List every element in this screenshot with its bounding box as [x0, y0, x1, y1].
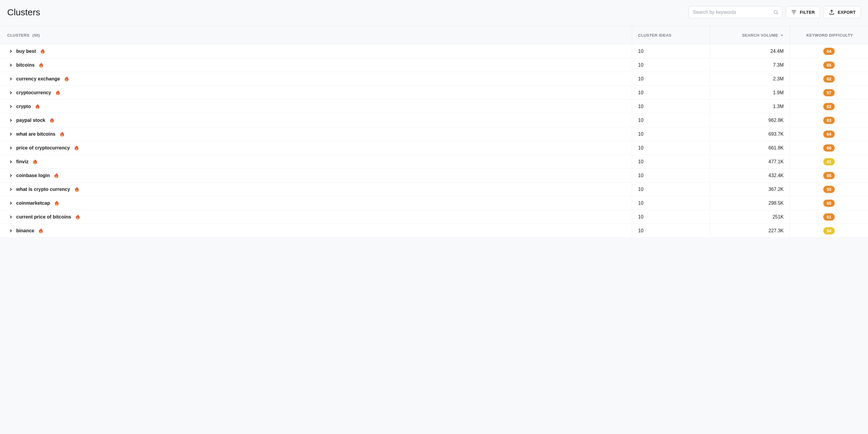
col-clusters[interactable]: CLUSTERS (50)	[0, 26, 632, 44]
cluster-name: binance	[16, 228, 34, 234]
col-clusters-count: (50)	[32, 33, 40, 37]
page-title: Clusters	[7, 7, 40, 18]
fire-icon	[60, 131, 65, 137]
search-volume: 2.3M	[773, 76, 784, 82]
table-row[interactable]: cryptocurrency101.9M57	[0, 86, 868, 100]
keyword-difficulty-cell: 55	[790, 169, 868, 182]
fire-icon	[74, 145, 79, 151]
table-row[interactable]: current price of bitcoins10251K61	[0, 210, 868, 224]
search-volume-cell: 251K	[710, 211, 790, 223]
search-volume: 1.3M	[773, 104, 784, 109]
cluster-name-cell[interactable]: binance	[0, 225, 632, 237]
cluster-ideas: 10	[638, 173, 644, 178]
col-difficulty-label: KEYWORD DIFFICULTY	[806, 33, 853, 37]
cluster-name-cell[interactable]: paypal stock	[0, 115, 632, 126]
search-volume-cell: 298.5K	[710, 197, 790, 209]
cluster-name-cell[interactable]: price of cryptocurrency	[0, 142, 632, 154]
cluster-name-cell[interactable]: finviz	[0, 156, 632, 167]
col-difficulty[interactable]: KEYWORD DIFFICULTY	[790, 26, 868, 44]
keyword-difficulty-cell: 62	[790, 100, 868, 113]
chevron-right-icon	[9, 132, 12, 136]
search-volume: 367.2K	[768, 187, 784, 192]
cluster-ideas-cell: 10	[632, 128, 710, 140]
filter-icon	[791, 9, 797, 15]
table-row[interactable]: coinmarketcap10298.5K65	[0, 196, 868, 210]
header-actions: FILTER EXPORT	[688, 6, 861, 18]
cluster-name-cell[interactable]: crypto	[0, 101, 632, 112]
filter-button[interactable]: FILTER	[786, 6, 820, 18]
filter-label: FILTER	[800, 10, 815, 15]
cluster-name-cell[interactable]: coinbase login	[0, 170, 632, 181]
keyword-difficulty-cell: 55	[790, 183, 868, 196]
table-row[interactable]: coinbase login10432.4K55	[0, 169, 868, 183]
difficulty-pill: 62	[823, 103, 835, 110]
table-row[interactable]: crypto101.3M62	[0, 100, 868, 114]
col-volume[interactable]: SEARCH VOLUME	[710, 26, 790, 44]
cluster-name: coinmarketcap	[16, 200, 50, 206]
chevron-right-icon	[9, 202, 12, 205]
table-body: buy best1024.4M64bitcoins107.3M65currenc…	[0, 44, 868, 238]
clusters-table: CLUSTERS (50) CLUSTER IDEAS SEARCH VOLUM…	[0, 26, 868, 238]
cluster-name: what is crypto currency	[16, 187, 70, 192]
cluster-name-cell[interactable]: coinmarketcap	[0, 197, 632, 209]
cluster-ideas: 10	[638, 49, 644, 54]
difficulty-pill: 65	[823, 62, 835, 69]
cluster-name-cell[interactable]: buy best	[0, 45, 632, 57]
search-volume: 227.3K	[768, 228, 784, 234]
export-button[interactable]: EXPORT	[824, 6, 861, 18]
page-header: Clusters FILTER	[0, 0, 868, 26]
fire-icon	[35, 104, 40, 109]
cluster-name-cell[interactable]: currency exchange	[0, 73, 632, 85]
fire-icon	[40, 49, 45, 54]
cluster-ideas: 10	[638, 118, 644, 123]
table-row[interactable]: paypal stock10962.8K63	[0, 114, 868, 127]
table-row[interactable]: what is crypto currency10367.2K55	[0, 183, 868, 196]
difficulty-pill: 57	[823, 89, 835, 96]
cluster-ideas-cell: 10	[632, 73, 710, 85]
cluster-name: currency exchange	[16, 76, 60, 82]
table-row[interactable]: currency exchange102.3M62	[0, 72, 868, 86]
table-row[interactable]: finviz10477.1K41	[0, 155, 868, 169]
table-row[interactable]: what are bitcoins10693.7K64	[0, 127, 868, 141]
search-volume-cell: 661.8K	[710, 142, 790, 154]
chevron-right-icon	[9, 146, 12, 150]
chevron-right-icon	[9, 63, 12, 67]
cluster-name-cell[interactable]: what are bitcoins	[0, 128, 632, 140]
search-volume-cell: 367.2K	[710, 184, 790, 195]
fire-icon	[39, 62, 43, 68]
search-volume: 24.4M	[771, 49, 784, 54]
col-volume-label: SEARCH VOLUME	[742, 33, 778, 37]
difficulty-pill: 54	[823, 227, 835, 235]
table-row[interactable]: binance10227.3K54	[0, 224, 868, 238]
cluster-ideas: 10	[638, 62, 644, 68]
chevron-right-icon	[9, 174, 12, 177]
chevron-right-icon	[9, 105, 12, 108]
cluster-name: current price of bitcoins	[16, 214, 71, 220]
cluster-name-cell[interactable]: cryptocurrency	[0, 87, 632, 98]
table-row[interactable]: buy best1024.4M64	[0, 44, 868, 58]
chevron-right-icon	[9, 215, 12, 219]
cluster-name-cell[interactable]: bitcoins	[0, 59, 632, 71]
cluster-name-cell[interactable]: current price of bitcoins	[0, 211, 632, 223]
difficulty-pill: 64	[823, 48, 835, 55]
search-wrap	[688, 6, 782, 18]
search-volume: 298.5K	[768, 200, 784, 206]
col-ideas[interactable]: CLUSTER IDEAS	[632, 26, 710, 44]
search-volume: 432.4K	[768, 173, 784, 178]
search-volume-cell: 24.4M	[710, 45, 790, 57]
difficulty-pill: 55	[823, 186, 835, 193]
table-row[interactable]: price of cryptocurrency10661.8K66	[0, 141, 868, 155]
cluster-name-cell[interactable]: what is crypto currency	[0, 184, 632, 195]
cluster-name: paypal stock	[16, 118, 45, 123]
cluster-ideas: 10	[638, 214, 644, 220]
cluster-ideas-cell: 10	[632, 197, 710, 209]
table-row[interactable]: bitcoins107.3M65	[0, 58, 868, 72]
fire-icon	[54, 173, 59, 178]
cluster-ideas-cell: 10	[632, 142, 710, 154]
chevron-right-icon	[9, 160, 12, 163]
difficulty-pill: 65	[823, 199, 835, 207]
search-volume-cell: 693.7K	[710, 128, 790, 140]
cluster-ideas-cell: 10	[632, 115, 710, 126]
chevron-right-icon	[9, 119, 12, 122]
search-input[interactable]	[688, 6, 782, 18]
